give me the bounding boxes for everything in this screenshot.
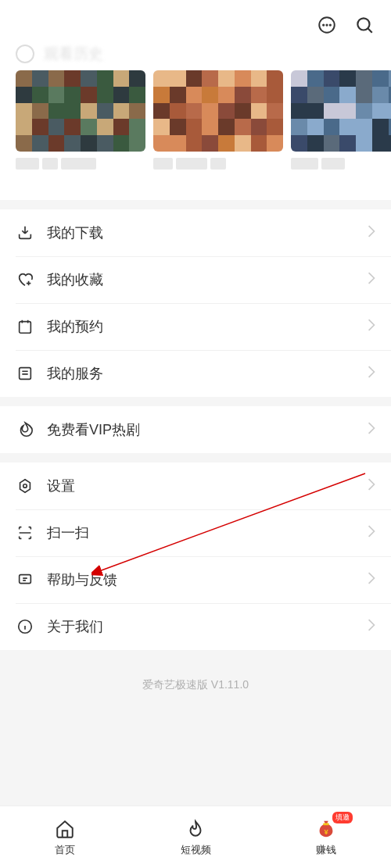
svg-rect-6: [20, 322, 31, 334]
content: 观看历史 我的下载: [0, 44, 391, 731]
list-icon: [16, 364, 34, 383]
chevron-right-icon: [368, 319, 375, 334]
section-title-truncated: 观看历史: [0, 44, 391, 70]
history-item[interactable]: [153, 70, 283, 184]
row-label: 关于我们: [47, 617, 368, 636]
header: [0, 0, 391, 44]
chevron-right-icon: [368, 478, 375, 494]
version-text: 爱奇艺极速版 V1.11.0: [0, 650, 391, 731]
earn-badge: 填邀: [332, 812, 353, 823]
svg-text:¥: ¥: [324, 827, 328, 835]
calendar-icon: [16, 317, 34, 336]
nav-home[interactable]: 首页: [0, 806, 131, 868]
row-label: 帮助与反馈: [47, 570, 368, 589]
home-icon: [54, 818, 76, 840]
feedback-icon: [16, 570, 34, 589]
svg-rect-10: [20, 575, 31, 584]
bottom-nav: 首页 短视频 ¥ 填邀 赚钱: [0, 805, 391, 868]
row-label: 我的收藏: [47, 270, 368, 289]
fire-icon: [16, 420, 34, 439]
history-item[interactable]: [291, 70, 391, 184]
nav-label: 赚钱: [316, 843, 336, 857]
settings-row[interactable]: 设置: [0, 463, 391, 509]
menu-group-vip: 免费看VIP热剧: [0, 406, 391, 453]
chat-icon[interactable]: [316, 14, 338, 36]
truncated-title-text: 观看历史: [44, 44, 103, 64]
menu-group-personal: 我的下载 我的收藏 我的预约 我的服务: [0, 209, 391, 397]
svg-point-9: [23, 484, 27, 488]
my-reservations-row[interactable]: 我的预约: [0, 303, 391, 350]
chevron-right-icon: [368, 422, 375, 438]
chevron-right-icon: [368, 572, 375, 588]
nav-earn-money[interactable]: ¥ 填邀 赚钱: [260, 806, 391, 868]
my-favorites-row[interactable]: 我的收藏: [0, 256, 391, 303]
chevron-right-icon: [368, 525, 375, 541]
history-thumbnails: [0, 70, 391, 200]
row-label: 扫一扫: [47, 523, 368, 542]
download-icon: [16, 223, 34, 242]
my-downloads-row[interactable]: 我的下载: [0, 209, 391, 256]
search-icon[interactable]: [353, 14, 375, 36]
svg-point-4: [357, 18, 369, 30]
svg-point-3: [330, 24, 331, 25]
money-bag-icon: ¥ 填邀: [315, 818, 337, 840]
scan-icon: [16, 523, 34, 542]
free-vip-row[interactable]: 免费看VIP热剧: [0, 406, 391, 453]
scan-row[interactable]: 扫一扫: [0, 509, 391, 556]
gear-icon: [16, 477, 34, 495]
svg-line-5: [368, 28, 371, 32]
info-icon: [16, 617, 34, 636]
row-label: 我的预约: [47, 317, 368, 336]
about-us-row[interactable]: 关于我们: [0, 603, 391, 650]
heart-plus-icon: [16, 270, 34, 289]
svg-marker-8: [20, 480, 30, 493]
row-label: 免费看VIP热剧: [47, 420, 368, 439]
chevron-right-icon: [368, 366, 375, 381]
chevron-right-icon: [368, 619, 375, 634]
history-icon: [16, 45, 34, 63]
svg-rect-7: [20, 368, 31, 380]
chevron-right-icon: [368, 272, 375, 288]
svg-point-1: [323, 24, 324, 25]
chevron-right-icon: [368, 225, 375, 241]
row-label: 我的服务: [47, 364, 368, 383]
row-label: 我的下载: [47, 223, 368, 242]
menu-group-system: 设置 扫一扫 帮助与反馈 关于我们: [0, 463, 391, 650]
row-label: 设置: [47, 477, 368, 495]
nav-label: 短视频: [181, 843, 211, 857]
fire-drop-icon: [185, 818, 206, 840]
my-services-row[interactable]: 我的服务: [0, 350, 391, 397]
svg-rect-14: [323, 823, 328, 825]
help-feedback-row[interactable]: 帮助与反馈: [0, 556, 391, 603]
history-item[interactable]: [16, 70, 145, 184]
nav-short-video[interactable]: 短视频: [131, 806, 261, 868]
nav-label: 首页: [55, 843, 75, 857]
svg-point-2: [326, 24, 327, 25]
